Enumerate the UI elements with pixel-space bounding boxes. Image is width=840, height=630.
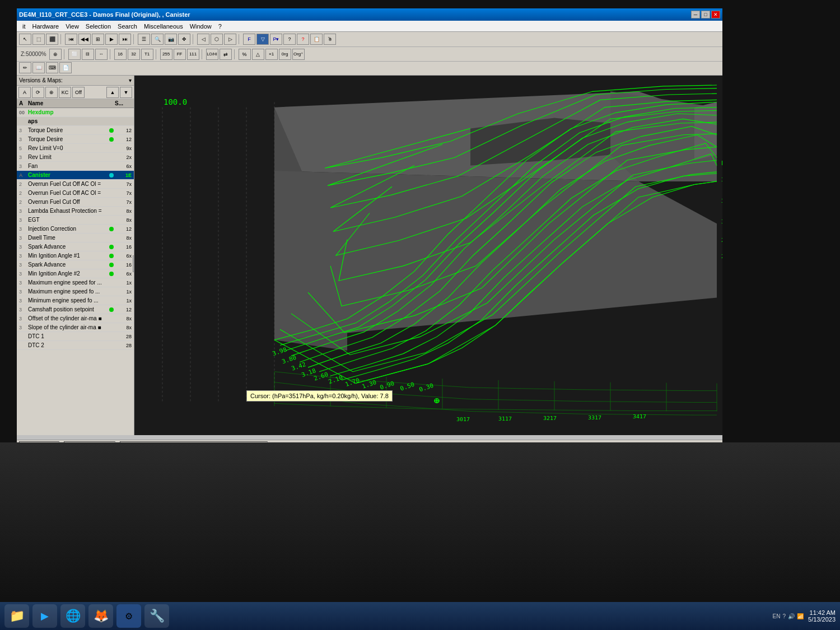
tb-doc[interactable]: 📄 [59,62,72,73]
tb-right-btn[interactable]: ▷ [224,34,236,45]
tb-x1[interactable]: ×1 [265,49,278,60]
tb-orgdeg[interactable]: Org⁺ [292,49,305,60]
list-item[interactable]: 3Lambda Exhaust Protection =8x [17,207,134,216]
menu-hardware[interactable]: Hardware [29,22,63,31]
taskbar-chrome[interactable]: 🌐 [60,604,85,628]
pt-btn3[interactable]: ⊕ [45,87,58,98]
tb-move-btn[interactable]: ✥ [178,34,190,45]
tb-q-btn[interactable]: ? [283,34,296,45]
item-name: Min Ignition Angle #2 [28,270,109,277]
list-item[interactable]: 3EGT8x [17,216,134,225]
item-id: 3 [19,137,28,142]
pt-scroll-down[interactable]: ▼ [120,87,132,98]
menu-search[interactable]: Search [114,22,141,31]
tb-help-btn[interactable]: ? [297,34,309,45]
menu-window[interactable]: Window [186,22,215,31]
tb-hex-btn[interactable]: ⬡ [211,34,223,45]
tb-camera-btn[interactable]: 📷 [165,34,177,45]
taskbar-files[interactable]: 📁 [4,604,29,628]
taskbar-firefox[interactable]: 🦊 [88,604,113,628]
tb-32[interactable]: 32 [128,49,140,60]
pt-btn4[interactable]: KC [59,87,71,98]
pt-btn1[interactable]: A [18,87,31,98]
tb-cursor-info-btn[interactable]: 🖱 [324,34,336,45]
tb-info-btn[interactable]: 📋 [310,34,323,45]
tb-16[interactable]: 16 [114,49,127,60]
list-item[interactable]: 3Camshaft position setpoint12 [17,305,134,314]
list-item[interactable]: 3Torque Desire12 [17,135,134,144]
volume-icon[interactable]: 🔊 [788,613,795,619]
list-item[interactable]: 3Slope of the cylinder air-ma ■8x [17,323,134,332]
list-item[interactable]: 3Rev Limit2x [17,153,134,162]
tb-255[interactable]: 255 [160,49,172,60]
pt-btn2[interactable]: ⟳ [32,87,44,98]
list-item[interactable]: aps [17,117,134,126]
tb-next-btn[interactable]: ▶ [105,34,118,45]
tb-prev-btn[interactable]: ◀◀ [78,34,91,45]
tb-grid-btn[interactable]: ⊞ [92,34,104,45]
tb-select-btn[interactable]: ⬚ [32,34,45,45]
tb-pct[interactable]: % [239,49,251,60]
list-item[interactable]: 3Injection Correction12 [17,225,134,234]
tb-t1[interactable]: T1 [141,49,153,60]
tb-view1[interactable]: ⬜ [68,49,81,60]
list-item[interactable]: DTC 128 [17,332,134,341]
list-item[interactable]: 2Overrun Fuel Cut Off7x [17,198,134,207]
tb-org[interactable]: 0rg [279,49,291,60]
tb-back-btn[interactable]: ⏮ [65,34,77,45]
list-item[interactable]: 3Min Ignition Angle #16x [17,251,134,260]
menu-it[interactable]: it [19,22,29,31]
list-item[interactable]: 2Overrun Fuel Cut Off AC Ol =7x [17,189,134,198]
pt-scroll-up[interactable]: ▲ [106,87,119,98]
tb-end-btn[interactable]: ⏭ [119,34,131,45]
list-area[interactable]: 00Hexdumpaps3Torque Desire123Torque Desi… [17,108,134,417]
close-button[interactable]: ✕ [711,11,720,18]
tb-copy-btn[interactable]: ⬛ [46,34,58,45]
list-item[interactable]: DTC 228 [17,341,134,350]
tb-cursor-btn[interactable]: ↖ [19,34,31,45]
tb-delta[interactable]: △ [252,49,264,60]
panel-dropdown-icon[interactable]: ▾ [129,77,132,83]
menu-help[interactable]: ? [215,22,225,31]
tb-view2[interactable]: ⊟ [82,49,94,60]
list-item[interactable]: 5Rev Limit V=09x [17,144,134,153]
list-item[interactable]: ACanister1E [17,171,134,180]
taskbar-media[interactable]: ▶ [32,604,57,628]
list-item[interactable]: 2Overrun Fuel Cut Off AC Ol =7x [17,180,134,189]
tb-key[interactable]: ⌨ [46,62,58,73]
minimize-button[interactable]: ─ [691,11,700,18]
menu-miscellaneous[interactable]: Miscellaneous [141,22,186,31]
list-item[interactable]: 3Maximum engine speed for ...1x [17,278,134,287]
list-item[interactable]: 00Hexdump [17,108,134,117]
menu-view[interactable]: View [62,22,82,31]
tb-111[interactable]: 111 [187,49,199,60]
list-item[interactable]: 3Dwell Time8x [17,234,134,242]
tb-p-btn[interactable]: P▾ [270,34,282,45]
lang-indicator: EN [773,613,781,619]
tb-pencil[interactable]: ✏ [19,62,31,73]
pt-btn5[interactable]: Off [72,87,85,98]
tb-list-btn[interactable]: ☰ [138,34,150,45]
list-item[interactable]: 3Fan6x [17,162,134,171]
tb-ff[interactable]: FF [174,49,186,60]
tb-left-btn[interactable]: ◁ [197,34,209,45]
list-item[interactable]: 3Offset of the cylinder air-ma ■8x [17,314,134,323]
list-item[interactable]: 3Minimum engine speed fo ...1x [17,296,134,305]
tb-zoom-btn[interactable]: 🔍 [151,34,164,45]
tb-view3[interactable]: ↔ [95,49,108,60]
list-item[interactable]: 3Spark Advance16 [17,242,134,251]
tb-book[interactable]: 📖 [32,62,45,73]
tb-v-btn[interactable]: ▽ [256,34,269,45]
list-item[interactable]: 3Min Ignition Angle #26x [17,269,134,278]
menu-selection[interactable]: Selection [82,22,114,31]
list-item[interactable]: 3Maximum engine speed fo ...1x [17,287,134,296]
list-item[interactable]: 3Spark Advance16 [17,260,134,269]
maximize-button[interactable]: □ [701,11,710,18]
taskbar-app6[interactable]: 🔧 [144,604,169,628]
tb-lo-hi[interactable]: LO/HI [206,49,218,60]
taskbar-app5[interactable]: ⚙ [116,604,141,628]
list-item[interactable]: 3Torque Desire12 [17,126,134,135]
zoom-spin[interactable]: ⊕ [49,49,62,60]
tb-arrows[interactable]: ⇄ [220,49,232,60]
tb-f-btn[interactable]: F [243,34,255,45]
